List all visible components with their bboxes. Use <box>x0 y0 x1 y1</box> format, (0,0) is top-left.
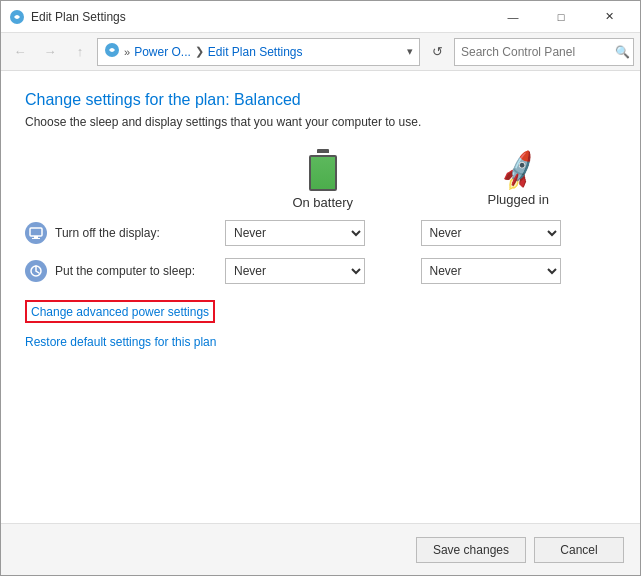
forward-button[interactable]: → <box>37 39 63 65</box>
maximize-button[interactable]: □ <box>538 3 584 31</box>
sleep-setting-row: Put the computer to sleep: Never Never <box>25 258 616 284</box>
breadcrumb-dropdown-icon[interactable]: ▾ <box>407 45 413 58</box>
display-battery-select[interactable]: Never <box>225 220 365 246</box>
breadcrumb[interactable]: » Power O... ❯ Edit Plan Settings ▾ <box>97 38 420 66</box>
sleep-setting-label: Put the computer to sleep: <box>55 264 195 278</box>
breadcrumb-separator-2: ❯ <box>195 45 204 58</box>
title-bar-text: Edit Plan Settings <box>31 10 490 24</box>
breadcrumb-separator-1: » <box>124 46 130 58</box>
main-window: Edit Plan Settings — □ ✕ ← → ↑ » Power O… <box>0 0 641 576</box>
plugged-in-header: 🚀 Plugged in <box>421 153 617 207</box>
content-area: Change settings for the plan: Balanced C… <box>1 71 640 523</box>
breadcrumb-powerO[interactable]: Power O... <box>134 45 191 59</box>
advanced-link-wrapper: Change advanced power settings <box>25 300 215 323</box>
search-icon: 🔍 <box>615 45 630 59</box>
plugged-icon: 🚀 <box>495 147 542 193</box>
refresh-button[interactable]: ↺ <box>424 39 450 65</box>
display-setting-row: Turn off the display: Never Never <box>25 220 616 246</box>
close-button[interactable]: ✕ <box>586 3 632 31</box>
back-button[interactable]: ← <box>7 39 33 65</box>
column-headers: On battery 🚀 Plugged in <box>25 149 616 210</box>
window-controls: — □ ✕ <box>490 3 632 31</box>
advanced-power-settings-link[interactable]: Change advanced power settings <box>31 305 209 319</box>
sleep-plugged-select[interactable]: Never <box>421 258 561 284</box>
sleep-plugged-select-wrapper: Never <box>421 258 617 284</box>
cancel-button[interactable]: Cancel <box>534 537 624 563</box>
page-subtitle: Choose the sleep and display settings th… <box>25 115 616 129</box>
links-section: Change advanced power settings Restore d… <box>25 300 616 349</box>
window-icon <box>9 9 25 25</box>
display-setting-label: Turn off the display: <box>55 226 160 240</box>
display-plugged-select[interactable]: Never <box>421 220 561 246</box>
restore-defaults-link[interactable]: Restore default settings for this plan <box>25 335 616 349</box>
sleep-icon <box>25 260 47 282</box>
on-battery-header: On battery <box>225 149 421 210</box>
title-bar: Edit Plan Settings — □ ✕ <box>1 1 640 33</box>
display-plugged-select-wrapper: Never <box>421 220 617 246</box>
page-title: Change settings for the plan: Balanced <box>25 91 616 109</box>
plugged-in-label: Plugged in <box>488 192 549 207</box>
breadcrumb-icon <box>104 42 120 61</box>
settings-grid: On battery 🚀 Plugged in <box>25 149 616 284</box>
sleep-battery-select[interactable]: Never <box>225 258 365 284</box>
sleep-label: Put the computer to sleep: <box>25 260 225 282</box>
svg-rect-2 <box>30 228 42 236</box>
display-icon <box>25 222 47 244</box>
display-label: Turn off the display: <box>25 222 225 244</box>
sleep-battery-select-wrapper: Never <box>225 258 421 284</box>
breadcrumb-editplan[interactable]: Edit Plan Settings <box>208 45 303 59</box>
search-input[interactable] <box>461 45 611 59</box>
svg-rect-3 <box>34 236 38 238</box>
save-changes-button[interactable]: Save changes <box>416 537 526 563</box>
on-battery-label: On battery <box>292 195 353 210</box>
minimize-button[interactable]: — <box>490 3 536 31</box>
button-bar: Save changes Cancel <box>1 523 640 575</box>
up-button[interactable]: ↑ <box>67 39 93 65</box>
display-battery-select-wrapper: Never <box>225 220 421 246</box>
address-bar: ← → ↑ » Power O... ❯ Edit Plan Settings … <box>1 33 640 71</box>
svg-rect-4 <box>32 238 40 239</box>
battery-icon <box>308 149 338 191</box>
search-box: 🔍 <box>454 38 634 66</box>
